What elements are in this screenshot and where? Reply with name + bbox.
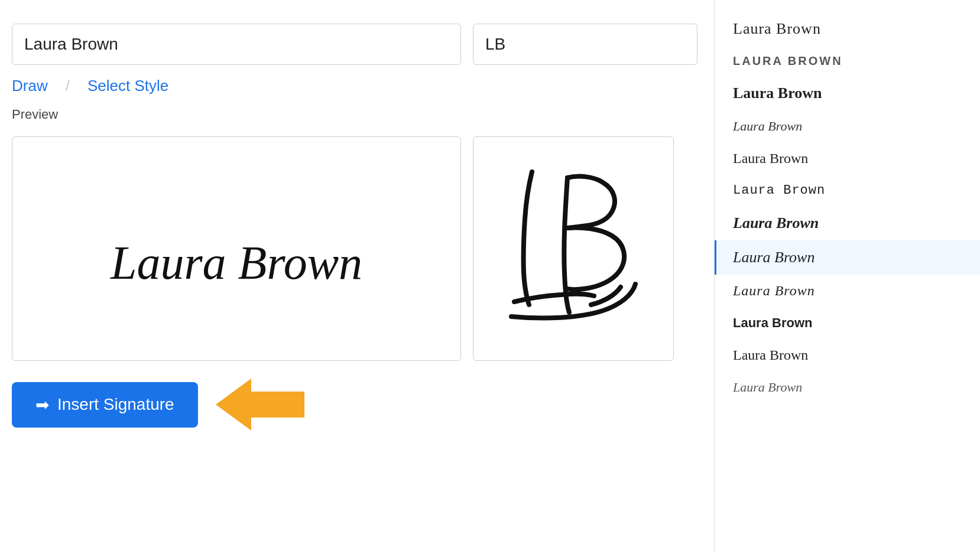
insert-signature-button[interactable]: ➡ Insert Signature <box>12 382 198 428</box>
sidebar-item-11[interactable]: Laura Brown <box>715 371 980 403</box>
initials-signature-svg <box>485 148 662 349</box>
tab-divider: / <box>66 77 70 95</box>
sidebar-item-3[interactable]: Laura Brown <box>715 110 980 142</box>
full-name-preview-box: Laura Brown <box>12 136 461 361</box>
sidebar-item-2[interactable]: Laura Brown <box>715 76 980 110</box>
svg-text:Laura Brown: Laura Brown <box>110 237 362 289</box>
sidebar-item-9[interactable]: Laura Brown <box>715 307 980 339</box>
sidebar-item-6[interactable]: Laura Brown <box>715 206 980 240</box>
initials-preview-box <box>473 136 674 361</box>
sidebar-item-0[interactable]: Laura Brown <box>715 12 980 46</box>
sidebar-item-7[interactable]: Laura Brown <box>715 240 980 275</box>
full-name-signature-svg: Laura Brown <box>24 148 449 349</box>
tab-select-style[interactable]: Select Style <box>87 77 168 95</box>
preview-row: Laura Brown <box>12 136 702 361</box>
insert-icon: ➡ <box>35 395 49 415</box>
tab-row: Draw / Select Style <box>12 77 702 95</box>
insert-btn-label: Insert Signature <box>57 395 174 414</box>
preview-label: Preview <box>12 107 702 122</box>
main-content: Draw / Select Style Preview Laura Brown <box>0 0 714 551</box>
sidebar-item-10[interactable]: Laura Brown <box>715 339 980 371</box>
arrow-head <box>216 379 251 431</box>
initials-input[interactable] <box>473 24 697 65</box>
full-name-input[interactable] <box>12 24 461 65</box>
sidebar-item-5[interactable]: Laura Brown <box>715 175 980 206</box>
input-row <box>12 24 702 65</box>
arrow-body <box>251 392 304 418</box>
sidebar: Laura Brown LAURA BROWN Laura Brown Laur… <box>714 0 980 551</box>
sidebar-item-1[interactable]: LAURA BROWN <box>715 46 980 76</box>
tab-draw[interactable]: Draw <box>12 77 48 95</box>
insert-btn-row: ➡ Insert Signature <box>12 379 702 431</box>
sidebar-item-4[interactable]: Laura Brown <box>715 142 980 175</box>
sidebar-item-8[interactable]: Laura Brown <box>715 275 980 307</box>
orange-arrow <box>216 379 304 431</box>
